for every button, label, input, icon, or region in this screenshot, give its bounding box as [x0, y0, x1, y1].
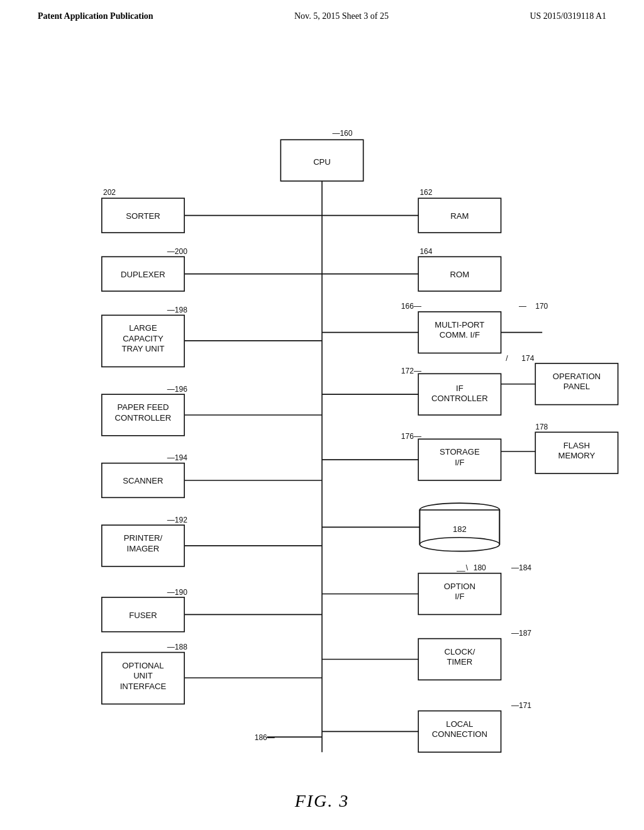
lct-label1: LARGE — [129, 323, 157, 333]
optunit-label3: INTERFACE — [120, 682, 167, 691]
page-header: Patent Application Publication Nov. 5, 2… — [0, 0, 644, 21]
storagei-label1: STORAGE — [440, 447, 480, 456]
label-190: —190 — [167, 588, 187, 597]
header-date-sheet: Nov. 5, 2015 Sheet 3 of 25 — [294, 11, 389, 21]
label-180-slash: \ — [466, 563, 469, 572]
paperfeed-label1: PAPER FEED — [117, 402, 169, 412]
optioni-label2: I/F — [455, 592, 464, 601]
flashmem-label1: FLASH — [564, 441, 590, 450]
rom-label: ROM — [450, 270, 470, 279]
clock-label2: TIMER — [447, 657, 472, 667]
label-174-slash: / — [506, 354, 508, 363]
label-162: 162 — [419, 188, 432, 197]
optunit-label1: OPTIONAL — [122, 661, 164, 670]
label-200: —200 — [167, 247, 187, 256]
label-182-underline: __ — [456, 563, 465, 572]
multiport-label2: COMM. I/F — [440, 330, 480, 340]
label-202: 202 — [103, 188, 116, 197]
label-184: —184 — [511, 563, 531, 572]
label-160: —160 — [332, 129, 352, 138]
hdd-label: 182 — [453, 524, 467, 534]
patent-diagram: text { font-family: Arial, sans-serif; f… — [0, 50, 644, 780]
cpu-label: CPU — [313, 157, 331, 167]
label-172: 172— — [401, 367, 422, 375]
localconn-label1: LOCAL — [446, 719, 473, 729]
lct-label3: TRAY UNIT — [121, 344, 164, 353]
scanner-label: SCANNER — [123, 476, 163, 485]
label-198: —198 — [167, 306, 187, 314]
label-178: 178 — [535, 423, 548, 431]
label-192: —192 — [167, 516, 187, 524]
optioni-label1: OPTION — [444, 582, 475, 591]
ram-label: RAM — [450, 211, 469, 221]
multiport-label1: MULTI-PORT — [435, 320, 484, 329]
label-196: —196 — [167, 385, 187, 394]
oppanel-label2: PANEL — [564, 382, 590, 392]
diagram-area: text { font-family: Arial, sans-serif; f… — [0, 50, 644, 780]
printer-label1: PRINTER/ — [124, 533, 163, 543]
label-164: 164 — [419, 247, 432, 256]
figure-label: FIG. 3 — [295, 791, 350, 811]
label-188: —188 — [167, 643, 187, 651]
storagei-label2: I/F — [455, 458, 464, 467]
paperfeed-label2: CONTROLLER — [115, 413, 172, 423]
optunit-label2: UNIT — [133, 671, 153, 680]
label-166: 166— — [401, 302, 422, 311]
label-174: 174 — [521, 354, 534, 363]
label-187: —187 — [511, 629, 531, 638]
label-170: 170 — [535, 302, 548, 311]
label-176: 176— — [401, 432, 422, 441]
header-publication: Patent Application Publication — [38, 11, 153, 21]
clock-label1: CLOCK/ — [444, 647, 475, 656]
printer-label2: IMAGER — [127, 544, 160, 553]
lct-label2: CAPACITY — [123, 334, 164, 343]
label-180: 180 — [474, 563, 486, 572]
duplexer-label: DUPLEXER — [121, 270, 165, 279]
ifctrl-label2: CONTROLLER — [431, 394, 488, 403]
header-patent-number: US 2015/0319118 A1 — [530, 11, 606, 21]
fuser-label: FUSER — [129, 611, 157, 620]
label-171: —171 — [511, 701, 531, 710]
ifctrl-label1: IF — [456, 384, 464, 393]
label-170-dash: — — [519, 302, 527, 311]
sorter-label: SORTER — [126, 211, 160, 221]
flashmem-label2: MEMORY — [558, 451, 595, 460]
localconn-label2: CONNECTION — [432, 729, 487, 739]
oppanel-label1: OPERATION — [553, 372, 601, 381]
label-194: —194 — [167, 453, 187, 462]
